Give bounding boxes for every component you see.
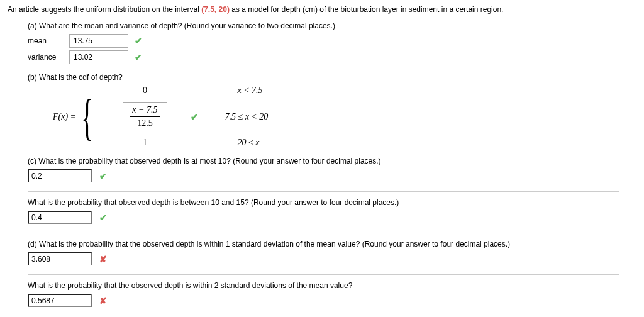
check-icon: ✔ (99, 171, 107, 181)
cross-icon: ✘ (99, 254, 107, 264)
check-icon: ✔ (135, 36, 142, 46)
fx-label: F(x) = (53, 112, 76, 122)
cross-icon: ✘ (99, 296, 107, 306)
cdf-val-0: 0 (110, 86, 179, 96)
cdf-cond-0: x < 7.5 (212, 86, 262, 96)
frac-numerator: x − 7.5 (130, 105, 160, 117)
cdf-cases: 0 x < 7.5 x − 7.5 12.5 ✔ 7.5 ≤ x < 20 1 … (110, 86, 268, 148)
check-icon: ✔ (135, 52, 142, 62)
cdf-val-2: 1 (110, 138, 179, 148)
part-c2: What is the probability that observed de… (28, 198, 636, 224)
cdf-fraction-input[interactable]: x − 7.5 12.5 (123, 102, 167, 131)
variance-input[interactable] (69, 50, 128, 64)
part-d2: What is the probability that the observe… (28, 281, 636, 307)
cdf-val-1: x − 7.5 12.5 (110, 102, 179, 131)
part-c-input[interactable] (28, 169, 92, 182)
cdf-row-2: 1 20 ≤ x (110, 138, 268, 148)
part-d: (d) What is the probability that the obs… (28, 240, 636, 265)
frac-denominator: 12.5 (130, 117, 160, 128)
part-d-input[interactable] (28, 252, 92, 265)
part-d2-question: What is the probability that the observe… (28, 281, 636, 290)
part-c: (c) What is the probability that observe… (28, 157, 636, 182)
divider (28, 233, 619, 233)
check-icon: ✔ (191, 112, 198, 122)
mean-input[interactable] (69, 34, 128, 48)
mean-label: mean (28, 36, 63, 45)
part-c-question: (c) What is the probability that observe… (28, 157, 636, 165)
cdf-row-1: x − 7.5 12.5 ✔ 7.5 ≤ x < 20 (110, 102, 268, 131)
interval-open: (7.5 (201, 5, 214, 14)
check-icon: ✔ (99, 213, 107, 223)
part-c2-question: What is the probability that observed de… (28, 198, 636, 207)
brace-icon: { (81, 97, 93, 137)
part-d-question: (d) What is the probability that the obs… (28, 240, 636, 248)
divider (28, 191, 619, 192)
interval-comma: , (214, 5, 219, 14)
part-a-question: (a) What are the mean and variance of de… (28, 21, 636, 30)
problem-intro: An article suggests the uniform distribu… (8, 5, 636, 14)
part-b-question: (b) What is the cdf of depth? (28, 73, 636, 82)
part-d2-input[interactable] (28, 294, 92, 307)
divider (28, 274, 619, 275)
intro-post: as a model for depth (cm) of the bioturb… (230, 5, 504, 14)
mean-row: mean ✔ (28, 34, 636, 48)
part-c2-input[interactable] (28, 211, 92, 224)
interval-close: 20) (219, 5, 230, 14)
cdf-row-0: 0 x < 7.5 (110, 86, 268, 96)
part-a: (a) What are the mean and variance of de… (28, 21, 636, 64)
variance-row: variance ✔ (28, 50, 636, 64)
cdf-cond-1: 7.5 ≤ x < 20 (209, 112, 268, 122)
intro-pre: An article suggests the uniform distribu… (8, 5, 201, 14)
part-b: (b) What is the cdf of depth? F(x) = { 0… (28, 73, 636, 148)
cdf-cond-2: 20 ≤ x (212, 138, 259, 148)
variance-label: variance (28, 53, 63, 62)
